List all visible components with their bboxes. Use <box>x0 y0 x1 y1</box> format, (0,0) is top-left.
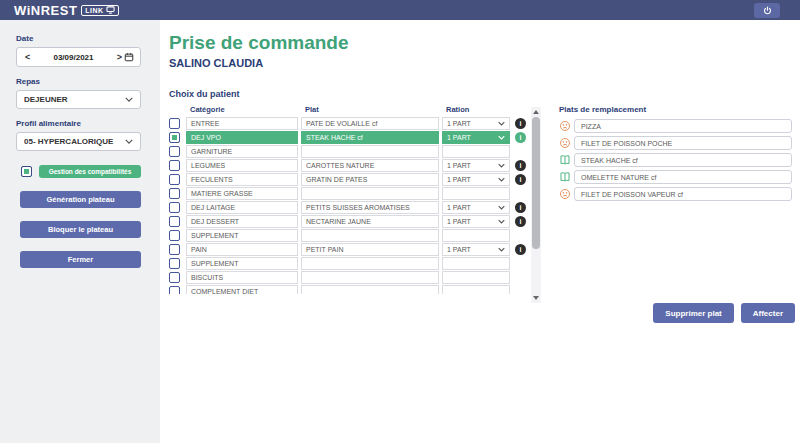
row-plat[interactable] <box>301 145 439 158</box>
replacement-label[interactable]: STEAK HACHE cf <box>574 153 792 167</box>
info-icon[interactable]: i <box>515 216 526 227</box>
row-ration-select[interactable]: 1 PART <box>442 159 510 172</box>
scrollbar-track[interactable] <box>532 117 540 293</box>
gestion-compatibilites-button[interactable]: Gestion des compatibilités <box>39 165 141 178</box>
replacement-item[interactable]: FILET DE POISSON POCHE <box>559 136 792 150</box>
row-categorie[interactable]: BISCUITS <box>186 271 298 284</box>
table-row[interactable]: SUPPLEMENT i <box>169 229 527 242</box>
replacement-label[interactable]: FILET DE POISSON POCHE <box>574 136 792 150</box>
row-ration-select[interactable] <box>442 271 510 284</box>
row-categorie[interactable]: SUPPLEMENT <box>186 229 298 242</box>
row-checkbox[interactable] <box>169 118 180 129</box>
info-icon[interactable]: i <box>515 174 526 185</box>
row-checkbox[interactable] <box>169 202 180 213</box>
date-next-button[interactable]: > <box>115 52 124 62</box>
power-button[interactable] <box>754 3 780 18</box>
table-row[interactable]: DEJ VPO STEAK HACHE cf 1 PART i <box>169 131 527 144</box>
table-row[interactable]: ENTREE PATE DE VOLAILLE cf 1 PART i <box>169 117 527 130</box>
row-ration-select[interactable] <box>442 187 510 200</box>
row-plat[interactable] <box>301 285 439 294</box>
row-plat[interactable]: STEAK HACHE cf <box>301 131 439 144</box>
profil-select[interactable]: 05- HYPERCALORIQUE <box>16 132 141 151</box>
row-categorie[interactable]: COMPLEMENT DIET <box>186 285 298 294</box>
generation-plateau-button[interactable]: Génération plateau <box>20 191 141 208</box>
row-checkbox[interactable] <box>169 286 180 294</box>
scroll-down-arrow[interactable] <box>533 296 539 300</box>
table-row[interactable]: COMPLEMENT DIET i <box>169 285 527 294</box>
date-prev-button[interactable]: < <box>23 52 32 62</box>
table-row[interactable]: DEJ LAITAGE PETITS SUISSES AROMATISES 1 … <box>169 201 527 214</box>
row-categorie[interactable]: DEJ DESSERT <box>186 215 298 228</box>
row-plat[interactable] <box>301 229 439 242</box>
replacement-item[interactable]: OMELETTE NATURE cf <box>559 170 792 184</box>
row-checkbox[interactable] <box>169 132 180 143</box>
replacement-label[interactable]: PIZZA <box>574 119 792 133</box>
row-checkbox[interactable] <box>169 188 180 199</box>
row-ration-select[interactable]: 1 PART <box>442 215 510 228</box>
table-row[interactable]: MATIERE GRASSE i <box>169 187 527 200</box>
row-checkbox[interactable] <box>169 146 180 157</box>
row-checkbox[interactable] <box>169 244 180 255</box>
replacement-item[interactable]: PIZZA <box>559 119 792 133</box>
row-ration-select[interactable]: 1 PART <box>442 117 510 130</box>
row-categorie[interactable]: PAIN <box>186 243 298 256</box>
row-plat[interactable]: NECTARINE JAUNE <box>301 215 439 228</box>
row-categorie[interactable]: DEJ VPO <box>186 131 298 144</box>
info-icon[interactable]: i <box>515 118 526 129</box>
date-picker[interactable]: < 03/09/2021 > <box>16 47 141 67</box>
row-plat[interactable] <box>301 271 439 284</box>
affecter-button[interactable]: Affecter <box>741 303 795 323</box>
info-icon[interactable]: i <box>515 160 526 171</box>
supprimer-plat-button[interactable]: Supprimer plat <box>653 303 733 323</box>
replacement-item[interactable]: FILET DE POISSON VAPEUR cf <box>559 187 792 201</box>
row-checkbox[interactable] <box>169 174 180 185</box>
replacement-label[interactable]: FILET DE POISSON VAPEUR cf <box>574 187 792 201</box>
row-plat[interactable]: PATE DE VOLAILLE cf <box>301 117 439 130</box>
table-row[interactable]: LEGUMES CAROTTES NATURE 1 PART i <box>169 159 527 172</box>
row-plat[interactable]: CAROTTES NATURE <box>301 159 439 172</box>
row-ration-select[interactable]: 1 PART <box>442 201 510 214</box>
row-plat[interactable] <box>301 187 439 200</box>
calendar-icon[interactable] <box>124 52 134 62</box>
info-icon[interactable]: i <box>515 132 526 143</box>
table-row[interactable]: PAIN PETIT PAIN 1 PART i <box>169 243 527 256</box>
row-checkbox[interactable] <box>169 230 180 241</box>
scrollbar-thumb[interactable] <box>532 117 540 249</box>
row-plat[interactable]: PETITS SUISSES AROMATISES <box>301 201 439 214</box>
row-checkbox[interactable] <box>169 160 180 171</box>
row-ration-select[interactable]: 1 PART <box>442 173 510 186</box>
info-icon[interactable]: i <box>515 202 526 213</box>
row-ration-select[interactable]: 1 PART <box>442 243 510 256</box>
table-row[interactable]: SUPPLEMENT i <box>169 257 527 270</box>
row-categorie[interactable]: FECULENTS <box>186 173 298 186</box>
bloquer-plateau-button[interactable]: Bloquer le plateau <box>20 221 141 238</box>
row-ration-select[interactable] <box>442 145 510 158</box>
row-categorie[interactable]: ENTREE <box>186 117 298 130</box>
row-checkbox[interactable] <box>169 216 180 227</box>
table-row[interactable]: DEJ DESSERT NECTARINE JAUNE 1 PART i <box>169 215 527 228</box>
row-categorie[interactable]: SUPPLEMENT <box>186 257 298 270</box>
row-categorie[interactable]: MATIERE GRASSE <box>186 187 298 200</box>
table-row[interactable]: FECULENTS GRATIN DE PATES 1 PART i <box>169 173 527 186</box>
table-row[interactable]: GARNITURE i <box>169 145 527 158</box>
replacement-label[interactable]: OMELETTE NATURE cf <box>574 170 792 184</box>
table-row[interactable]: BISCUITS i <box>169 271 527 284</box>
row-categorie[interactable]: DEJ LAITAGE <box>186 201 298 214</box>
info-icon[interactable]: i <box>515 244 526 255</box>
row-categorie[interactable]: LEGUMES <box>186 159 298 172</box>
row-ration-select[interactable] <box>442 285 510 294</box>
row-checkbox[interactable] <box>169 258 180 269</box>
row-categorie[interactable]: GARNITURE <box>186 145 298 158</box>
replacement-item[interactable]: STEAK HACHE cf <box>559 153 792 167</box>
row-plat[interactable]: GRATIN DE PATES <box>301 173 439 186</box>
row-checkbox[interactable] <box>169 272 180 283</box>
row-ration-select[interactable]: 1 PART <box>442 131 510 144</box>
fermer-button[interactable]: Fermer <box>20 251 141 268</box>
repas-select[interactable]: DEJEUNER <box>16 90 141 109</box>
row-ration-select[interactable] <box>442 257 510 270</box>
row-plat[interactable] <box>301 257 439 270</box>
table-scrollbar[interactable] <box>531 107 541 303</box>
scroll-up-arrow[interactable] <box>533 110 539 114</box>
row-plat[interactable]: PETIT PAIN <box>301 243 439 256</box>
row-ration-select[interactable] <box>442 229 510 242</box>
